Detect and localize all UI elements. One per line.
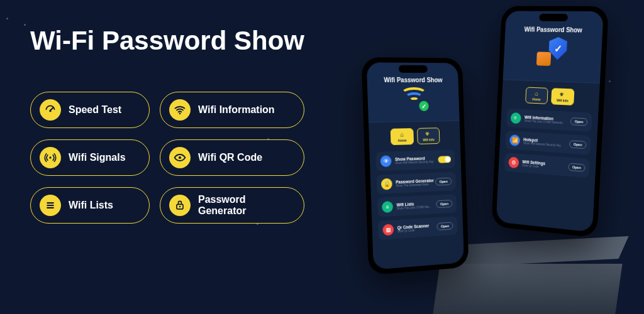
wifi-icon: ᯤ: [511, 112, 521, 124]
svg-rect-5: [47, 204, 54, 205]
list-icon: [40, 195, 61, 216]
row-password-generator[interactable]: 🔒 Password GeneratorShow The Generated N…: [377, 171, 456, 194]
feature-speed-test: Speed Test: [30, 92, 150, 128]
tab-home[interactable]: ⌂Home: [391, 128, 414, 145]
row-hotspot[interactable]: 📶 HotspotShow Wifi Network Security Key …: [505, 131, 591, 155]
tab-wifi-info[interactable]: ᯤWifi Info: [551, 88, 574, 106]
open-button[interactable]: Open: [569, 140, 587, 149]
svg-point-2: [49, 156, 51, 158]
row-wifi-settings[interactable]: ⚙ Wifi SettingsScan Qr Code Open: [504, 153, 590, 178]
feature-wifi-lists: Wifi Lists: [30, 187, 150, 224]
open-button[interactable]: Open: [436, 200, 452, 208]
wifi-icon: [169, 99, 191, 121]
toggle-show-password[interactable]: [438, 156, 451, 163]
phone-mockup-home: Wifi Password Show ✓ ⌂Home ᯤWifi Info 👁: [361, 57, 469, 275]
phone-mockup-wifiinfo: Wifi Password Show ✓ ⌂Home ᯤWifi Info ᯤ …: [491, 6, 609, 238]
open-button[interactable]: Open: [435, 178, 452, 186]
row-show-password[interactable]: 👁 Show PasswordShow Wifi Network Securit…: [375, 149, 455, 171]
lock-icon: 🔒: [381, 178, 392, 190]
row-qr-scanner[interactable]: ▦ Qr Code ScannerScan Qr Code Open: [378, 216, 457, 240]
feature-label: Wifi QR Code: [198, 152, 262, 163]
lock-icon: [169, 195, 191, 216]
feature-label: Password Generator: [198, 194, 295, 216]
feature-label: Speed Test: [69, 104, 121, 116]
svg-point-0: [49, 110, 51, 112]
feature-label: Wifi Information: [198, 104, 275, 116]
feature-label: Wifi Signals: [69, 152, 126, 163]
main-heading: Wi-Fi Password Show: [30, 25, 307, 57]
tab-home[interactable]: ⌂Home: [525, 87, 548, 104]
row-wifi-lists[interactable]: ≡ Wifi ListsShow The Lists Of Wifi Netwo…: [377, 194, 457, 217]
open-button[interactable]: Open: [568, 163, 586, 172]
svg-point-8: [179, 205, 181, 207]
gear-icon: ⚙: [508, 156, 519, 168]
phone1-title: Wifi Password Show: [372, 77, 453, 84]
wifi-check-icon: ✓: [401, 87, 428, 110]
row-wifi-information[interactable]: ᯤ Wifi InformationShow The Lists Of Wifi…: [506, 109, 592, 133]
phone2-title: Wifi Password Show: [509, 26, 597, 34]
svg-rect-4: [47, 202, 54, 203]
eye-icon: [169, 147, 191, 168]
phone-mockups: Wifi Password Show ✓ ⌂Home ᯤWifi Info 👁: [292, 0, 644, 314]
hotspot-icon: 📶: [509, 134, 520, 146]
feature-wifi-signals: Wifi Signals: [30, 139, 150, 176]
list-icon: ≡: [382, 201, 393, 213]
tab-wifi-info[interactable]: ᯤWifi Info: [417, 127, 440, 144]
feature-grid: Speed Test Wifi Information Wifi Signals…: [30, 92, 307, 224]
svg-point-1: [179, 112, 181, 114]
svg-point-3: [179, 156, 181, 158]
feature-wifi-information: Wifi Information: [160, 92, 304, 128]
signal-icon: [40, 147, 61, 168]
feature-password-generator: Password Generator: [160, 187, 304, 224]
eye-icon: 👁: [380, 155, 392, 167]
gauge-icon: [40, 99, 61, 121]
shield-lock-icon: ✓: [534, 36, 570, 67]
open-button[interactable]: Open: [570, 117, 588, 126]
qr-icon: ▦: [382, 224, 394, 236]
open-button[interactable]: Open: [436, 222, 453, 230]
feature-wifi-qr-code: Wifi QR Code: [160, 139, 304, 176]
feature-label: Wifi Lists: [69, 200, 113, 211]
svg-rect-6: [47, 207, 54, 208]
